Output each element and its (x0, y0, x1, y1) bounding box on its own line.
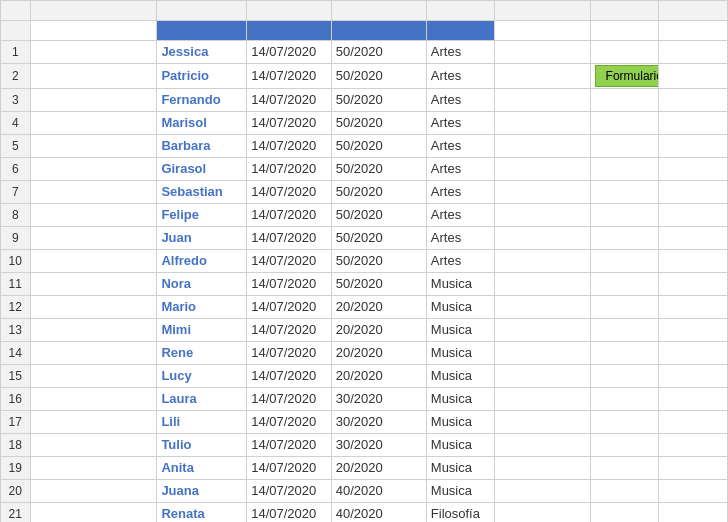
cell-programa-5[interactable]: Artes (426, 135, 495, 158)
cell-persona-18[interactable]: Tulio (157, 434, 247, 457)
cell-a-21[interactable] (30, 503, 157, 523)
cell-fecha-15[interactable]: 14/07/2020 (247, 365, 332, 388)
cell-f-5[interactable] (495, 135, 590, 158)
cell-fecha-2[interactable]: 14/07/2020 (247, 64, 332, 89)
cell-licitacion-5[interactable]: 50/2020 (331, 135, 426, 158)
cell-persona-1[interactable]: Jessica (157, 41, 247, 64)
cell-fecha-11[interactable]: 14/07/2020 (247, 273, 332, 296)
cell-g-header[interactable] (590, 21, 659, 41)
cell-persona-6[interactable]: Girasol (157, 158, 247, 181)
cell-persona-9[interactable]: Juan (157, 227, 247, 250)
cell-a-11[interactable] (30, 273, 157, 296)
cell-persona-12[interactable]: Mario (157, 296, 247, 319)
cell-a-13[interactable] (30, 319, 157, 342)
cell-persona-16[interactable]: Laura (157, 388, 247, 411)
cell-programa-7[interactable]: Artes (426, 181, 495, 204)
cell-a-9[interactable] (30, 227, 157, 250)
cell-f-13[interactable] (495, 319, 590, 342)
cell-f-14[interactable] (495, 342, 590, 365)
cell-licitacion-20[interactable]: 40/2020 (331, 480, 426, 503)
cell-h-14[interactable] (659, 342, 728, 365)
cell-fecha-7[interactable]: 14/07/2020 (247, 181, 332, 204)
cell-licitacion-3[interactable]: 50/2020 (331, 89, 426, 112)
formulario-button[interactable]: Formulario (595, 65, 659, 87)
cell-h-20[interactable] (659, 480, 728, 503)
cell-persona-20[interactable]: Juana (157, 480, 247, 503)
cell-f-2[interactable] (495, 64, 590, 89)
cell-a-14[interactable] (30, 342, 157, 365)
cell-a-1[interactable] (30, 41, 157, 64)
cell-f-20[interactable] (495, 480, 590, 503)
cell-programa-9[interactable]: Artes (426, 227, 495, 250)
cell-programa-4[interactable]: Artes (426, 112, 495, 135)
cell-persona-2[interactable]: Patricio (157, 64, 247, 89)
cell-licitacion-9[interactable]: 50/2020 (331, 227, 426, 250)
cell-programa-13[interactable]: Musica (426, 319, 495, 342)
cell-programa-6[interactable]: Artes (426, 158, 495, 181)
cell-programa-19[interactable]: Musica (426, 457, 495, 480)
cell-h-11[interactable] (659, 273, 728, 296)
cell-programa-12[interactable]: Musica (426, 296, 495, 319)
cell-f-3[interactable] (495, 89, 590, 112)
cell-f-1[interactable] (495, 41, 590, 64)
cell-fecha-1[interactable]: 14/07/2020 (247, 41, 332, 64)
cell-f-11[interactable] (495, 273, 590, 296)
cell-licitacion-12[interactable]: 20/2020 (331, 296, 426, 319)
cell-a-6[interactable] (30, 158, 157, 181)
cell-fecha-21[interactable]: 14/07/2020 (247, 503, 332, 523)
cell-h-21[interactable] (659, 503, 728, 523)
cell-f-18[interactable] (495, 434, 590, 457)
cell-programa-15[interactable]: Musica (426, 365, 495, 388)
cell-h-2[interactable] (659, 64, 728, 89)
cell-h-9[interactable] (659, 227, 728, 250)
cell-programa-2[interactable]: Artes (426, 64, 495, 89)
cell-licitacion-11[interactable]: 50/2020 (331, 273, 426, 296)
cell-h-12[interactable] (659, 296, 728, 319)
cell-licitacion-8[interactable]: 50/2020 (331, 204, 426, 227)
cell-f-6[interactable] (495, 158, 590, 181)
cell-f-21[interactable] (495, 503, 590, 523)
cell-h-16[interactable] (659, 388, 728, 411)
cell-f-7[interactable] (495, 181, 590, 204)
cell-g-2[interactable]: Formulario (590, 64, 659, 89)
cell-licitacion-10[interactable]: 50/2020 (331, 250, 426, 273)
cell-licitacion-7[interactable]: 50/2020 (331, 181, 426, 204)
cell-fecha-16[interactable]: 14/07/2020 (247, 388, 332, 411)
cell-persona-19[interactable]: Anita (157, 457, 247, 480)
cell-fecha-5[interactable]: 14/07/2020 (247, 135, 332, 158)
cell-fecha-18[interactable]: 14/07/2020 (247, 434, 332, 457)
cell-licitacion-15[interactable]: 20/2020 (331, 365, 426, 388)
cell-fecha-14[interactable]: 14/07/2020 (247, 342, 332, 365)
cell-fecha-6[interactable]: 14/07/2020 (247, 158, 332, 181)
cell-fecha-19[interactable]: 14/07/2020 (247, 457, 332, 480)
cell-licitacion-21[interactable]: 40/2020 (331, 503, 426, 523)
cell-f-header[interactable] (495, 21, 590, 41)
cell-a-3[interactable] (30, 89, 157, 112)
cell-programa-3[interactable]: Artes (426, 89, 495, 112)
cell-a-2[interactable] (30, 64, 157, 89)
cell-a-10[interactable] (30, 250, 157, 273)
cell-h-6[interactable] (659, 158, 728, 181)
cell-h-header[interactable] (659, 21, 728, 41)
cell-licitacion-2[interactable]: 50/2020 (331, 64, 426, 89)
cell-persona-7[interactable]: Sebastian (157, 181, 247, 204)
cell-a-header[interactable] (30, 21, 157, 41)
cell-h-17[interactable] (659, 411, 728, 434)
cell-licitacion-19[interactable]: 20/2020 (331, 457, 426, 480)
cell-programa-20[interactable]: Musica (426, 480, 495, 503)
cell-fecha-20[interactable]: 14/07/2020 (247, 480, 332, 503)
cell-programa-18[interactable]: Musica (426, 434, 495, 457)
cell-persona-21[interactable]: Renata (157, 503, 247, 523)
cell-h-13[interactable] (659, 319, 728, 342)
cell-a-7[interactable] (30, 181, 157, 204)
cell-h-3[interactable] (659, 89, 728, 112)
cell-h-7[interactable] (659, 181, 728, 204)
cell-licitacion-16[interactable]: 30/2020 (331, 388, 426, 411)
cell-fecha-10[interactable]: 14/07/2020 (247, 250, 332, 273)
cell-fecha-3[interactable]: 14/07/2020 (247, 89, 332, 112)
cell-a-17[interactable] (30, 411, 157, 434)
cell-a-19[interactable] (30, 457, 157, 480)
cell-a-15[interactable] (30, 365, 157, 388)
cell-h-1[interactable] (659, 41, 728, 64)
cell-a-4[interactable] (30, 112, 157, 135)
